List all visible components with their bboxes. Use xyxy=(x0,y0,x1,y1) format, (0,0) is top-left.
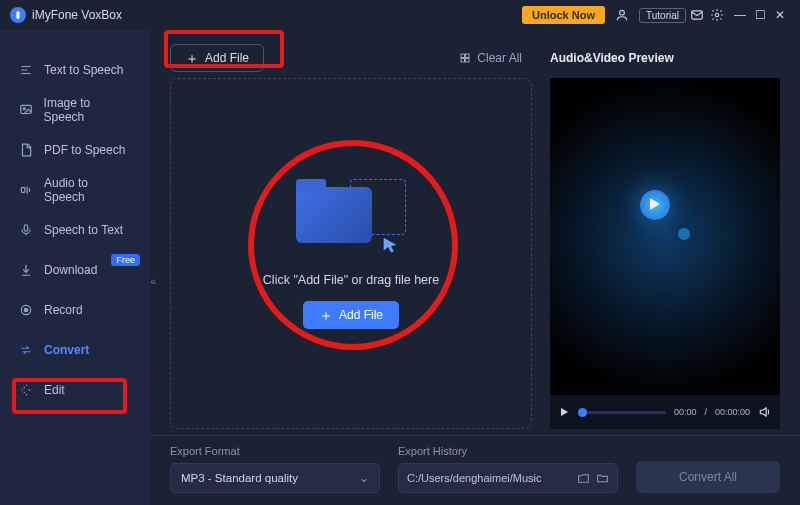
sidebar-item-label: Convert xyxy=(44,343,89,357)
sidebar-item-audio-to-speech[interactable]: Audio to Speech xyxy=(0,170,150,210)
svg-rect-11 xyxy=(466,54,470,58)
dropzone-illustration xyxy=(296,179,406,259)
plus-icon: ＋ xyxy=(185,51,199,65)
svg-rect-12 xyxy=(461,59,465,63)
audio-to-speech-icon xyxy=(18,183,34,197)
sidebar-item-pdf-to-speech[interactable]: PDF to Speech xyxy=(0,130,150,170)
sidebar-item-label: Image to Speech xyxy=(44,96,132,124)
app-title: iMyFone VoxBox xyxy=(32,8,122,22)
play-button[interactable] xyxy=(558,406,570,418)
svg-rect-6 xyxy=(21,188,25,193)
export-bar: Export Format MP3 - Standard quality ⌄ E… xyxy=(150,435,800,505)
svg-point-1 xyxy=(620,10,625,15)
close-icon[interactable]: ✕ xyxy=(770,8,790,22)
convert-icon xyxy=(18,343,34,357)
clear-all-icon xyxy=(459,52,471,64)
preview-panel: 00:00 / 00:00:00 xyxy=(550,78,780,429)
export-format-label: Export Format xyxy=(170,445,380,457)
sidebar-item-label: Record xyxy=(44,303,83,317)
browse-folder-icon[interactable] xyxy=(596,472,609,485)
sidebar-item-label: Text to Speech xyxy=(44,63,123,77)
app-brand: iMyFone VoxBox xyxy=(10,7,122,23)
sidebar: Text to Speech Image to Speech PDF to Sp… xyxy=(0,30,150,505)
download-icon xyxy=(18,263,34,277)
titlebar: iMyFone VoxBox Unlock Now Tutorial — ☐ ✕ xyxy=(0,0,800,30)
sidebar-item-image-to-speech[interactable]: Image to Speech xyxy=(0,90,150,130)
export-history-label: Export History xyxy=(398,445,618,457)
convert-all-button[interactable]: Convert All xyxy=(636,461,780,493)
add-file-button-center[interactable]: ＋ Add File xyxy=(303,301,399,329)
sidebar-item-record[interactable]: Record xyxy=(0,290,150,330)
add-file-label: Add File xyxy=(205,51,249,65)
app-logo-icon xyxy=(10,7,26,23)
open-folder-icon[interactable] xyxy=(577,472,590,485)
minimize-icon[interactable]: — xyxy=(730,8,750,22)
sidebar-item-edit[interactable]: Edit xyxy=(0,370,150,410)
maximize-icon[interactable]: ☐ xyxy=(750,8,770,22)
time-current: 00:00 xyxy=(674,407,697,417)
sidebar-item-speech-to-text[interactable]: Speech to Text xyxy=(0,210,150,250)
seek-slider[interactable] xyxy=(578,411,666,414)
svg-rect-7 xyxy=(24,225,28,231)
plus-icon: ＋ xyxy=(319,308,333,322)
main-panel: ＋ Add File Clear All Audio&Video Preview xyxy=(150,30,800,505)
speech-to-text-icon xyxy=(18,223,34,237)
export-history-path[interactable]: C:/Users/denghaimei/Music xyxy=(398,463,618,493)
add-file-label: Add File xyxy=(339,308,383,322)
text-to-speech-icon xyxy=(18,63,34,77)
sidebar-item-text-to-speech[interactable]: Text to Speech xyxy=(0,50,150,90)
svg-point-5 xyxy=(23,108,25,110)
chevron-down-icon: ⌄ xyxy=(359,471,369,485)
pdf-to-speech-icon xyxy=(18,143,34,157)
cursor-icon xyxy=(380,235,402,257)
export-format-value: MP3 - Standard quality xyxy=(181,472,298,484)
sidebar-item-label: Download xyxy=(44,263,97,277)
free-badge: Free xyxy=(111,254,140,266)
account-icon[interactable] xyxy=(615,8,635,22)
sidebar-item-label: Audio to Speech xyxy=(44,176,132,204)
sidebar-item-download[interactable]: Download Free xyxy=(0,250,150,290)
sidebar-item-label: PDF to Speech xyxy=(44,143,125,157)
sidebar-item-label: Speech to Text xyxy=(44,223,123,237)
preview-title: Audio&Video Preview xyxy=(550,51,780,65)
player-controls: 00:00 / 00:00:00 xyxy=(550,395,780,429)
svg-point-3 xyxy=(715,13,719,17)
settings-icon[interactable] xyxy=(710,8,730,22)
video-preview[interactable] xyxy=(550,78,780,395)
svg-point-9 xyxy=(24,308,28,312)
edit-icon xyxy=(18,383,34,397)
tutorial-button[interactable]: Tutorial xyxy=(639,8,686,23)
export-path-value: C:/Users/denghaimei/Music xyxy=(407,472,571,484)
dropzone-hint: Click "Add File" or drag file here xyxy=(263,273,439,287)
dropzone[interactable]: Click "Add File" or drag file here ＋ Add… xyxy=(170,78,532,429)
add-file-button-top[interactable]: ＋ Add File xyxy=(170,44,264,72)
clear-all-label: Clear All xyxy=(477,51,522,65)
image-to-speech-icon xyxy=(18,103,34,117)
svg-rect-13 xyxy=(466,59,470,63)
time-total: 00:00:00 xyxy=(715,407,750,417)
svg-rect-0 xyxy=(17,11,20,19)
play-preview-icon xyxy=(640,190,670,220)
unlock-now-button[interactable]: Unlock Now xyxy=(522,6,605,24)
record-icon xyxy=(18,303,34,317)
sidebar-collapse-icon[interactable]: « xyxy=(150,276,156,287)
sidebar-item-label: Edit xyxy=(44,383,65,397)
clear-all-button[interactable]: Clear All xyxy=(459,51,522,65)
svg-rect-10 xyxy=(461,54,465,58)
export-format-select[interactable]: MP3 - Standard quality ⌄ xyxy=(170,463,380,493)
mail-icon[interactable] xyxy=(690,8,710,22)
volume-icon[interactable] xyxy=(758,405,772,419)
sidebar-item-convert[interactable]: Convert xyxy=(0,330,150,370)
